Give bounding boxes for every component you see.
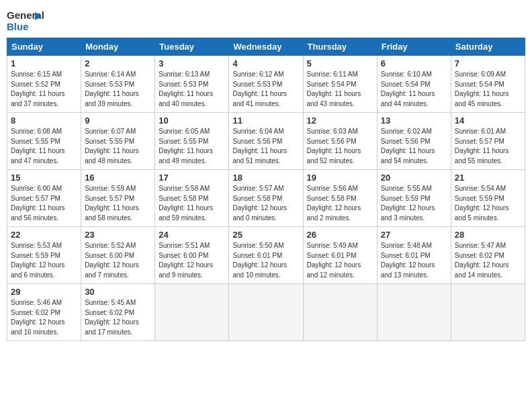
calendar-day-cell: 26Sunrise: 5:49 AM Sunset: 6:01 PM Dayli… — [303, 227, 377, 284]
col-header-saturday: Saturday — [451, 38, 525, 56]
calendar-week-row: 15Sunrise: 6:00 AM Sunset: 5:57 PM Dayli… — [7, 170, 525, 227]
day-number: 15 — [11, 173, 77, 183]
day-number: 3 — [159, 58, 225, 68]
day-info: Sunrise: 6:11 AM Sunset: 5:54 PM Dayligh… — [307, 70, 373, 109]
day-info: Sunrise: 5:54 AM Sunset: 5:59 PM Dayligh… — [455, 184, 521, 223]
calendar-day-cell — [451, 284, 525, 341]
day-number: 18 — [232, 173, 299, 183]
day-number: 28 — [455, 230, 521, 240]
day-number: 6 — [381, 58, 447, 68]
day-info: Sunrise: 5:56 AM Sunset: 5:58 PM Dayligh… — [307, 184, 373, 223]
logo: GeneralBlue — [7, 7, 47, 34]
day-info: Sunrise: 6:10 AM Sunset: 5:54 PM Dayligh… — [381, 70, 447, 109]
day-info: Sunrise: 5:46 AM Sunset: 6:02 PM Dayligh… — [11, 298, 77, 337]
calendar-day-cell: 7Sunrise: 6:09 AM Sunset: 5:54 PM Daylig… — [451, 56, 525, 113]
calendar-day-cell: 29Sunrise: 5:46 AM Sunset: 6:02 PM Dayli… — [7, 284, 81, 341]
day-number: 14 — [455, 116, 521, 126]
calendar-day-cell — [229, 284, 303, 341]
day-info: Sunrise: 5:49 AM Sunset: 6:01 PM Dayligh… — [307, 241, 373, 280]
day-info: Sunrise: 5:57 AM Sunset: 5:58 PM Dayligh… — [232, 184, 299, 223]
day-info: Sunrise: 5:50 AM Sunset: 6:01 PM Dayligh… — [232, 241, 299, 280]
calendar-day-cell: 10Sunrise: 6:05 AM Sunset: 5:55 PM Dayli… — [155, 113, 229, 170]
calendar-day-cell: 28Sunrise: 5:47 AM Sunset: 6:02 PM Dayli… — [451, 227, 525, 284]
day-number: 8 — [11, 116, 77, 126]
calendar-day-cell: 13Sunrise: 6:02 AM Sunset: 5:56 PM Dayli… — [377, 113, 451, 170]
day-info: Sunrise: 5:48 AM Sunset: 6:01 PM Dayligh… — [381, 241, 447, 280]
day-info: Sunrise: 6:00 AM Sunset: 5:57 PM Dayligh… — [11, 184, 77, 223]
day-number: 1 — [11, 58, 77, 68]
day-info: Sunrise: 6:13 AM Sunset: 5:53 PM Dayligh… — [159, 70, 225, 109]
calendar-day-cell: 24Sunrise: 5:51 AM Sunset: 6:00 PM Dayli… — [155, 227, 229, 284]
day-info: Sunrise: 6:07 AM Sunset: 5:55 PM Dayligh… — [85, 127, 151, 166]
day-number: 27 — [381, 230, 447, 240]
day-info: Sunrise: 6:01 AM Sunset: 5:57 PM Dayligh… — [455, 127, 521, 166]
day-number: 11 — [232, 116, 299, 126]
calendar-week-row: 1Sunrise: 6:15 AM Sunset: 5:52 PM Daylig… — [7, 56, 525, 113]
day-number: 13 — [381, 116, 447, 126]
calendar-day-cell — [377, 284, 451, 341]
day-number: 23 — [85, 230, 151, 240]
logo-svg: GeneralBlue — [7, 7, 47, 34]
day-info: Sunrise: 6:15 AM Sunset: 5:52 PM Dayligh… — [11, 70, 77, 109]
page-header: GeneralBlue — [7, 7, 525, 34]
day-info: Sunrise: 6:04 AM Sunset: 5:56 PM Dayligh… — [232, 127, 299, 166]
day-number: 26 — [307, 230, 373, 240]
day-number: 7 — [455, 58, 521, 68]
day-number: 30 — [85, 287, 151, 297]
day-info: Sunrise: 5:45 AM Sunset: 6:02 PM Dayligh… — [85, 298, 151, 337]
day-info: Sunrise: 6:09 AM Sunset: 5:54 PM Dayligh… — [455, 70, 521, 109]
calendar-day-cell: 19Sunrise: 5:56 AM Sunset: 5:58 PM Dayli… — [303, 170, 377, 227]
day-info: Sunrise: 5:59 AM Sunset: 5:57 PM Dayligh… — [85, 184, 151, 223]
calendar-day-cell: 8Sunrise: 6:08 AM Sunset: 5:55 PM Daylig… — [7, 113, 81, 170]
day-info: Sunrise: 5:58 AM Sunset: 5:58 PM Dayligh… — [159, 184, 225, 223]
svg-text:Blue: Blue — [7, 21, 29, 32]
calendar-day-cell: 11Sunrise: 6:04 AM Sunset: 5:56 PM Dayli… — [229, 113, 303, 170]
calendar-day-cell: 25Sunrise: 5:50 AM Sunset: 6:01 PM Dayli… — [229, 227, 303, 284]
day-info: Sunrise: 5:55 AM Sunset: 5:59 PM Dayligh… — [381, 184, 447, 223]
calendar-day-cell: 20Sunrise: 5:55 AM Sunset: 5:59 PM Dayli… — [377, 170, 451, 227]
day-number: 16 — [85, 173, 151, 183]
day-number: 20 — [381, 173, 447, 183]
calendar-day-cell: 30Sunrise: 5:45 AM Sunset: 6:02 PM Dayli… — [81, 284, 155, 341]
calendar-day-cell: 9Sunrise: 6:07 AM Sunset: 5:55 PM Daylig… — [81, 113, 155, 170]
col-header-tuesday: Tuesday — [155, 38, 229, 56]
day-info: Sunrise: 6:14 AM Sunset: 5:53 PM Dayligh… — [85, 70, 151, 109]
calendar-day-cell: 1Sunrise: 6:15 AM Sunset: 5:52 PM Daylig… — [7, 56, 81, 113]
calendar-week-row: 29Sunrise: 5:46 AM Sunset: 6:02 PM Dayli… — [7, 284, 525, 341]
day-number: 25 — [232, 230, 299, 240]
calendar-day-cell: 4Sunrise: 6:12 AM Sunset: 5:53 PM Daylig… — [229, 56, 303, 113]
calendar-day-cell: 6Sunrise: 6:10 AM Sunset: 5:54 PM Daylig… — [377, 56, 451, 113]
day-info: Sunrise: 6:02 AM Sunset: 5:56 PM Dayligh… — [381, 127, 447, 166]
day-number: 22 — [11, 230, 77, 240]
day-number: 29 — [11, 287, 77, 297]
calendar-day-cell: 5Sunrise: 6:11 AM Sunset: 5:54 PM Daylig… — [303, 56, 377, 113]
day-number: 4 — [232, 58, 299, 68]
calendar-table: SundayMondayTuesdayWednesdayThursdayFrid… — [7, 38, 525, 341]
col-header-thursday: Thursday — [303, 38, 377, 56]
calendar-day-cell — [155, 284, 229, 341]
day-info: Sunrise: 5:51 AM Sunset: 6:00 PM Dayligh… — [159, 241, 225, 280]
col-header-friday: Friday — [377, 38, 451, 56]
calendar-day-cell: 12Sunrise: 6:03 AM Sunset: 5:56 PM Dayli… — [303, 113, 377, 170]
day-number: 10 — [159, 116, 225, 126]
day-info: Sunrise: 6:12 AM Sunset: 5:53 PM Dayligh… — [232, 70, 299, 109]
calendar-day-cell: 27Sunrise: 5:48 AM Sunset: 6:01 PM Dayli… — [377, 227, 451, 284]
col-header-monday: Monday — [81, 38, 155, 56]
calendar-day-cell: 14Sunrise: 6:01 AM Sunset: 5:57 PM Dayli… — [451, 113, 525, 170]
day-number: 19 — [307, 173, 373, 183]
day-number: 24 — [159, 230, 225, 240]
calendar-week-row: 8Sunrise: 6:08 AM Sunset: 5:55 PM Daylig… — [7, 113, 525, 170]
day-number: 9 — [85, 116, 151, 126]
col-header-wednesday: Wednesday — [229, 38, 303, 56]
calendar-day-cell: 18Sunrise: 5:57 AM Sunset: 5:58 PM Dayli… — [229, 170, 303, 227]
day-number: 5 — [307, 58, 373, 68]
col-header-sunday: Sunday — [7, 38, 81, 56]
calendar-day-cell: 15Sunrise: 6:00 AM Sunset: 5:57 PM Dayli… — [7, 170, 81, 227]
day-number: 17 — [159, 173, 225, 183]
day-info: Sunrise: 6:03 AM Sunset: 5:56 PM Dayligh… — [307, 127, 373, 166]
calendar-day-cell: 23Sunrise: 5:52 AM Sunset: 6:00 PM Dayli… — [81, 227, 155, 284]
calendar-day-cell: 17Sunrise: 5:58 AM Sunset: 5:58 PM Dayli… — [155, 170, 229, 227]
calendar-day-cell: 21Sunrise: 5:54 AM Sunset: 5:59 PM Dayli… — [451, 170, 525, 227]
calendar-header-row: SundayMondayTuesdayWednesdayThursdayFrid… — [7, 38, 525, 56]
day-number: 21 — [455, 173, 521, 183]
